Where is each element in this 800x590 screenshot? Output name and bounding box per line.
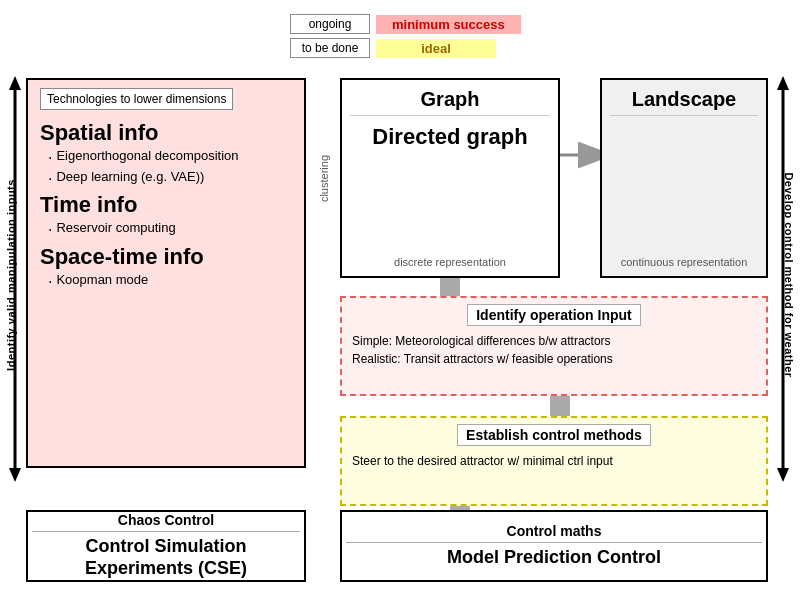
- establish-header: Establish control methods: [457, 424, 651, 446]
- legend-minimum-success: minimum success: [376, 15, 521, 34]
- legend-ongoing-box: ongoing: [290, 14, 370, 34]
- graph-title: Graph: [350, 88, 550, 116]
- identify-line2: Realistic: Transit attractors w/ feasibl…: [352, 352, 756, 366]
- right-label-container: Develop control method for weather: [778, 80, 800, 470]
- control-box: Control maths Model Prediction Control: [340, 510, 768, 582]
- chaos-box-header: Chaos Control: [32, 512, 300, 532]
- right-label-text: Develop control method for weather: [783, 172, 795, 377]
- legend-row-ongoing: ongoing minimum success: [290, 14, 521, 34]
- directed-graph-title: Directed graph: [372, 124, 527, 150]
- spacetime-bullet-1: · Koopman mode: [48, 272, 292, 291]
- landscape-title: Landscape: [610, 88, 758, 116]
- graph-box: Graph Directed graph discrete representa…: [340, 78, 560, 278]
- spatial-bullet-1: · Eigenorthogonal decomposition: [48, 148, 292, 167]
- clustering-label: clustering: [318, 155, 330, 202]
- svg-marker-7: [9, 468, 21, 482]
- landscape-box: Landscape continuous representation: [600, 78, 768, 278]
- spatial-bullet-2: · Deep learning (e.g. VAE)): [48, 169, 292, 188]
- spatial-title: Spatial info: [40, 120, 292, 146]
- legend-ideal: ideal: [376, 39, 496, 58]
- main-container: ongoing minimum success to be done ideal…: [0, 0, 800, 590]
- control-box-header: Control maths: [346, 523, 762, 543]
- identify-box: Identify operation Input Simple: Meteoro…: [340, 296, 768, 396]
- time-title: Time info: [40, 192, 292, 218]
- identify-line1: Simple: Meteorological differences b/w a…: [352, 334, 756, 348]
- svg-marker-10: [777, 468, 789, 482]
- legend-todo-box: to be done: [290, 38, 370, 58]
- spacetime-title: Space-time info: [40, 244, 292, 270]
- establish-line1: Steer to the desired attractor w/ minima…: [352, 454, 756, 468]
- establish-box: Establish control methods Steer to the d…: [340, 416, 768, 506]
- control-box-main: Model Prediction Control: [447, 547, 661, 569]
- left-label-container: Identify valid manipulation inputs: [0, 80, 22, 470]
- legend-todo-label: to be done: [302, 41, 359, 55]
- legend-ongoing-label: ongoing: [309, 17, 352, 31]
- time-bullet-1: · Reservoir computing: [48, 220, 292, 239]
- tech-box: Technologies to lower dimensions Spatial…: [26, 78, 306, 468]
- identify-header: Identify operation Input: [467, 304, 641, 326]
- left-label-text: Identify valid manipulation inputs: [5, 179, 17, 371]
- discrete-label: discrete representation: [394, 248, 506, 268]
- chaos-box-main: Control Simulation Experiments (CSE): [32, 536, 300, 579]
- legend-row-todo: to be done ideal: [290, 38, 521, 58]
- tech-box-header: Technologies to lower dimensions: [40, 88, 233, 110]
- continuous-label: continuous representation: [610, 256, 758, 268]
- chaos-box: Chaos Control Control Simulation Experim…: [26, 510, 306, 582]
- legend: ongoing minimum success to be done ideal: [290, 14, 521, 58]
